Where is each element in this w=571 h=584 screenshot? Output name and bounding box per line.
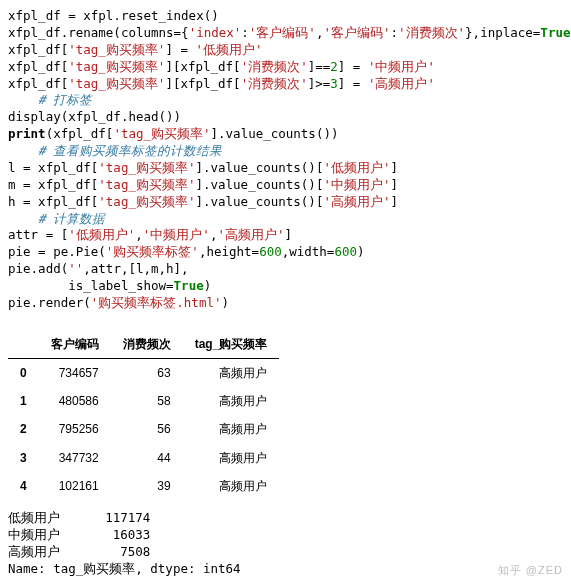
cell: 480586	[39, 387, 111, 415]
code-line: h = xfpl_df['tag_购买频率'].value_counts()['…	[8, 194, 398, 209]
col-header: tag_购买频率	[183, 330, 280, 359]
code-line: l = xfpl_df['tag_购买频率'].value_counts()['…	[8, 160, 398, 175]
output-line: 中频用户 16033	[8, 527, 150, 542]
table-header-row: 客户编码 消费频次 tag_购买频率	[8, 330, 279, 359]
output-line: 高频用户 7508	[8, 544, 150, 559]
cell: 高频用户	[183, 358, 280, 387]
output-line: 低频用户 117174	[8, 510, 150, 525]
table-row: 2 795256 56 高频用户	[8, 415, 279, 443]
row-index: 1	[8, 387, 39, 415]
table-row: 4 102161 39 高频用户	[8, 472, 279, 500]
code-line: display(xfpl_df.head())	[8, 109, 181, 124]
cell: 795256	[39, 415, 111, 443]
code-line: attr = ['低频用户','中频用户','高频用户']	[8, 227, 292, 242]
cell: 347732	[39, 444, 111, 472]
code-line: pie.render('购买频率标签.html')	[8, 295, 229, 310]
code-comment: # 计算数据	[8, 211, 105, 226]
row-index: 4	[8, 472, 39, 500]
output-line: Name: tag_购买频率, dtype: int64	[8, 561, 241, 576]
cell: 58	[111, 387, 183, 415]
code-line: print(xfpl_df['tag_购买频率'].value_counts()…	[8, 126, 338, 141]
cell: 56	[111, 415, 183, 443]
cell: 高频用户	[183, 444, 280, 472]
cell: 734657	[39, 358, 111, 387]
code-line: m = xfpl_df['tag_购买频率'].value_counts()['…	[8, 177, 398, 192]
code-line: xfpl_df['tag_购买频率'][xfpl_df['消费频次']>=3] …	[8, 76, 435, 91]
cell: 102161	[39, 472, 111, 500]
cell: 高频用户	[183, 415, 280, 443]
row-index: 3	[8, 444, 39, 472]
cell: 44	[111, 444, 183, 472]
code-line: xfpl_df = xfpl.reset_index()	[8, 8, 219, 23]
text-output: 低频用户 117174 中频用户 16033 高频用户 7508 Name: t…	[8, 510, 563, 578]
row-index: 0	[8, 358, 39, 387]
code-line: pie = pe.Pie('购买频率标签',height=600,width=6…	[8, 244, 365, 259]
code-line: is_label_show=True)	[8, 278, 211, 293]
col-header: 客户编码	[39, 330, 111, 359]
code-line: xfpl_df.rename(columns={'index':'客户编码','…	[8, 25, 571, 40]
code-block: xfpl_df = xfpl.reset_index() xfpl_df.ren…	[8, 8, 563, 312]
cell: 高频用户	[183, 472, 280, 500]
dataframe-table: 客户编码 消费频次 tag_购买频率 0 734657 63 高频用户 1 48…	[8, 330, 279, 500]
code-line: pie.add('',attr,[l,m,h],	[8, 261, 189, 276]
table-row: 0 734657 63 高频用户	[8, 358, 279, 387]
code-comment: # 打标签	[8, 92, 92, 107]
col-header: 消费频次	[111, 330, 183, 359]
table-row: 3 347732 44 高频用户	[8, 444, 279, 472]
row-index: 2	[8, 415, 39, 443]
cell: 高频用户	[183, 387, 280, 415]
code-comment: # 查看购买频率标签的计数结果	[8, 143, 222, 158]
table-row: 1 480586 58 高频用户	[8, 387, 279, 415]
code-line: xfpl_df['tag_购买频率'][xfpl_df['消费频次']==2] …	[8, 59, 435, 74]
cell: 39	[111, 472, 183, 500]
watermark: 知乎 @ZED	[498, 563, 563, 578]
code-line: xfpl_df['tag_购买频率'] = '低频用户'	[8, 42, 263, 57]
cell: 63	[111, 358, 183, 387]
